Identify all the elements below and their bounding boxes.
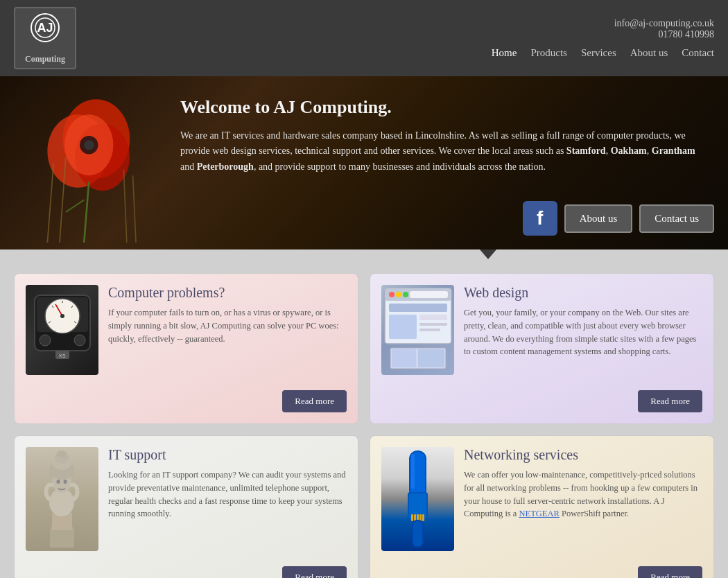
- svg-rect-58: [411, 514, 413, 521]
- svg-rect-38: [419, 315, 447, 320]
- contact-phone: 01780 410998: [492, 29, 714, 40]
- poppy-decoration: [21, 90, 159, 243]
- svg-point-25: [60, 314, 64, 318]
- svg-point-26: [40, 335, 51, 346]
- svg-rect-64: [413, 521, 422, 546]
- nav-contact[interactable]: Contact: [682, 47, 714, 59]
- main-nav: Home Products Services About us Contact: [492, 47, 714, 59]
- card-it-support: IT support Looking for an IT support com…: [14, 435, 358, 578]
- card-networking: Networking services We can offer you low…: [370, 435, 714, 578]
- card-footer: Read more: [26, 382, 347, 412]
- svg-rect-40: [419, 329, 440, 331]
- svg-text:KS: KS: [59, 353, 66, 358]
- svg-point-9: [84, 140, 94, 150]
- cable-image: [381, 447, 454, 551]
- svg-rect-36: [389, 304, 447, 312]
- svg-point-51: [57, 450, 67, 457]
- card-footer: Read more: [26, 558, 347, 578]
- meter-svg: KS: [31, 292, 94, 368]
- nav-home[interactable]: Home: [492, 47, 517, 59]
- nav-about[interactable]: About us: [630, 47, 668, 59]
- card-computer-problems: KS Computer problems? If your computer f…: [14, 273, 358, 424]
- about-us-hero-button[interactable]: About us: [564, 204, 633, 233]
- facebook-button[interactable]: f: [523, 201, 557, 236]
- svg-point-32: [389, 292, 395, 297]
- card-title: Networking services: [464, 447, 702, 463]
- card-text: Computer problems? If your computer fail…: [108, 285, 347, 375]
- read-more-it-support[interactable]: Read more: [282, 566, 347, 578]
- logo-icon: AJ: [23, 12, 68, 53]
- cards-section: KS Computer problems? If your computer f…: [0, 259, 728, 578]
- svg-rect-35: [410, 291, 448, 298]
- card-text: Web design Get you, your family, or your…: [464, 285, 702, 375]
- svg-rect-39: [419, 323, 447, 326]
- svg-rect-62: [422, 514, 424, 521]
- card-text: IT support Looking for an IT support com…: [108, 447, 347, 551]
- svg-rect-42: [392, 349, 416, 367]
- card-inner: KS Computer problems? If your computer f…: [26, 285, 347, 375]
- header: AJ Computing info@aj-computing.co.uk 017…: [0, 0, 728, 76]
- nav-arrow: [480, 249, 496, 259]
- netgear-link[interactable]: NETGEAR: [519, 509, 560, 518]
- contact-info: info@aj-computing.co.uk 01780 410998: [492, 18, 714, 40]
- read-more-computer-problems[interactable]: Read more: [282, 390, 347, 412]
- hero-description: We are an IT services and hardware sales…: [180, 128, 707, 175]
- svg-point-53: [64, 480, 67, 484]
- logo[interactable]: AJ Computing: [14, 7, 76, 69]
- contact-email: info@aj-computing.co.uk: [492, 18, 714, 29]
- card-description: If your computer fails to turn on, or ha…: [108, 306, 347, 345]
- logo-computing-text: Computing: [25, 54, 65, 64]
- read-more-networking[interactable]: Read more: [638, 566, 702, 578]
- statue-svg: [33, 450, 92, 548]
- nav-services[interactable]: Services: [581, 47, 616, 59]
- computer-meter-image: KS: [26, 285, 98, 375]
- statue-image: [26, 447, 98, 551]
- card-inner: IT support Looking for an IT support com…: [26, 447, 347, 551]
- nav-arrow-divider: [0, 249, 728, 259]
- svg-point-27: [74, 335, 85, 346]
- svg-point-34: [403, 292, 408, 297]
- card-inner: Networking services We can offer you low…: [381, 447, 702, 551]
- cable-svg: [388, 450, 447, 548]
- svg-rect-65: [411, 454, 415, 489]
- card-title: Web design: [464, 285, 702, 301]
- card-footer: Read more: [381, 382, 702, 412]
- hero-title: Welcome to AJ Computing.: [180, 97, 707, 118]
- svg-rect-37: [389, 315, 417, 339]
- card-title: IT support: [108, 447, 347, 463]
- contact-us-hero-button[interactable]: Contact us: [639, 204, 714, 233]
- webdesign-svg: [383, 287, 453, 374]
- card-footer: Read more: [381, 558, 702, 578]
- svg-point-52: [57, 480, 60, 484]
- card-title: Computer problems?: [108, 285, 347, 301]
- card-description: We can offer you low-maintenance, compet…: [464, 468, 702, 520]
- read-more-web-design[interactable]: Read more: [638, 390, 702, 412]
- card-text: Networking services We can offer you low…: [464, 447, 702, 551]
- svg-point-33: [396, 292, 401, 297]
- web-design-image: [381, 285, 454, 375]
- hero-buttons: f About us Contact us: [523, 201, 714, 236]
- hero-content: Welcome to AJ Computing. We are an IT se…: [180, 97, 707, 175]
- card-description: Get you, your family, or your company on…: [464, 306, 702, 358]
- card-description: Looking for an IT support company? We ca…: [108, 468, 347, 520]
- svg-text:AJ: AJ: [37, 21, 53, 35]
- header-right: info@aj-computing.co.uk 01780 410998 Hom…: [492, 18, 714, 59]
- hero-banner: Welcome to AJ Computing. We are an IT se…: [0, 76, 728, 249]
- svg-rect-43: [418, 349, 444, 367]
- card-inner: Web design Get you, your family, or your…: [381, 285, 702, 375]
- card-web-design: Web design Get you, your family, or your…: [370, 273, 714, 424]
- nav-products[interactable]: Products: [530, 47, 567, 59]
- logo-area: AJ Computing: [14, 7, 76, 69]
